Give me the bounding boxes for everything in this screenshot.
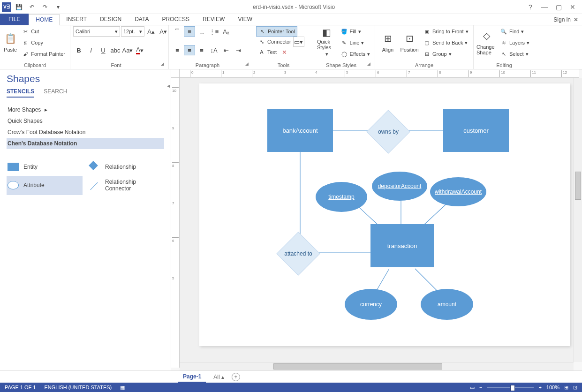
stencil-relationship[interactable]: Relationship <box>88 160 164 174</box>
text-direction-button[interactable]: ↕A <box>208 45 219 55</box>
chens-stencil[interactable]: Chen's Database Notation <box>7 138 164 149</box>
strikethrough-button[interactable]: abc <box>110 45 121 55</box>
fill-button[interactable]: 🪣Fill▾ <box>339 26 372 37</box>
zoom-slider[interactable] <box>487 387 534 388</box>
font-color-button[interactable]: A▾ <box>134 45 145 55</box>
send-to-back-button[interactable]: ▢Send to Back▾ <box>421 38 470 48</box>
tab-insert[interactable]: INSERT <box>60 14 93 25</box>
font-name-combo[interactable]: Calibri▾ <box>73 26 120 37</box>
fit-to-window-icon[interactable]: ⊞ <box>564 384 568 391</box>
stencil-entity[interactable]: Entity <box>7 160 83 174</box>
group-button[interactable]: ⊞Group▾ <box>421 49 470 59</box>
line-button[interactable]: ✎Line▾ <box>339 38 372 48</box>
qat-redo-icon[interactable]: ↷ <box>39 1 51 13</box>
align-middle-button[interactable]: ≡ <box>184 26 195 37</box>
underline-button[interactable]: U <box>98 45 109 55</box>
page-tab-1[interactable]: Page-1 <box>178 371 206 383</box>
copy-button[interactable]: ⎘Copy <box>20 38 67 48</box>
cut-button[interactable]: ✂Cut <box>20 26 67 37</box>
bring-to-front-button[interactable]: ▣Bring to Front▾ <box>421 26 470 37</box>
shrink-font-button[interactable]: A▾ <box>158 26 169 37</box>
change-shape-button[interactable]: ◇Change Shape <box>476 26 496 57</box>
file-tab[interactable]: FILE <box>0 14 29 25</box>
qat-customize-icon[interactable]: ▾ <box>53 1 64 13</box>
attr-currency[interactable]: currency <box>345 289 397 320</box>
case-button[interactable]: Aa▾ <box>122 45 133 55</box>
qat-undo-icon[interactable]: ↶ <box>26 1 38 13</box>
rel-owns-by[interactable]: owns by <box>373 116 404 147</box>
attr-amount[interactable]: amount <box>421 289 473 320</box>
restore-icon[interactable]: ▢ <box>552 1 565 13</box>
qat-save-icon[interactable]: 💾 <box>13 1 24 13</box>
search-tab[interactable]: SEARCH <box>44 88 67 98</box>
decrease-indent-button[interactable]: ⇤ <box>220 45 232 55</box>
entity-bankaccount[interactable]: bankAccount <box>267 109 333 152</box>
tab-data[interactable]: DATA <box>128 14 155 25</box>
tab-home[interactable]: HOME <box>29 14 60 25</box>
close-icon[interactable]: ✕ <box>566 1 579 13</box>
layers-button[interactable]: ≋Layers▾ <box>498 38 531 48</box>
entity-customer[interactable]: customer <box>443 109 509 152</box>
quick-styles-button[interactable]: ◧Quick Styles▾ <box>317 26 337 57</box>
bold-button[interactable]: B <box>73 45 84 55</box>
page-tab-all[interactable]: All ▴ <box>213 374 224 380</box>
scrollbar-vertical[interactable] <box>574 78 582 362</box>
stencils-tab[interactable]: STENCILS <box>7 88 34 98</box>
zoom-in-button[interactable]: + <box>538 384 541 390</box>
stencil-attribute[interactable]: Attribute <box>7 176 83 195</box>
clear-formatting-button[interactable]: Aᵪ <box>220 26 232 37</box>
bullets-button[interactable]: ⋮≡ <box>208 26 219 37</box>
italic-button[interactable]: I <box>85 45 97 55</box>
paste-button[interactable]: 📋 Paste <box>3 26 18 57</box>
scrollbar-v-thumb[interactable] <box>575 172 581 200</box>
tab-view[interactable]: VIEW <box>231 14 259 25</box>
effects-button[interactable]: ◯Effects▾ <box>339 49 372 59</box>
increase-indent-button[interactable]: ⇥ <box>233 45 244 55</box>
zoom-out-button[interactable]: − <box>479 384 482 390</box>
text-tool-button[interactable]: AText <box>256 47 279 57</box>
attr-withdrawal-account[interactable]: withdrawalAccount <box>430 177 486 206</box>
format-painter-button[interactable]: 🖌Format Painter <box>20 49 67 59</box>
pointer-tool-button[interactable]: ↖Pointer Tool <box>256 26 297 37</box>
align-left-button[interactable]: ≡ <box>172 45 183 55</box>
macro-recorder-icon[interactable]: ▦ <box>120 384 125 391</box>
select-button[interactable]: ↖Select▾ <box>498 49 531 59</box>
align-bottom-button[interactable]: ⎵ <box>196 26 207 37</box>
tab-process[interactable]: PROCESS <box>155 14 196 25</box>
drawing-canvas[interactable]: 0123456789101112 1098765 bankAccount <box>171 69 582 370</box>
x-tool-button[interactable]: ✕ <box>279 47 290 57</box>
attr-depositor-account[interactable]: depositorAccount <box>372 172 427 201</box>
rel-attached-to[interactable]: attached to <box>283 238 314 269</box>
quick-shapes-item[interactable]: Quick Shapes <box>7 115 164 127</box>
tab-review[interactable]: REVIEW <box>196 14 231 25</box>
zoom-level[interactable]: 100% <box>546 384 559 390</box>
crows-foot-stencil[interactable]: Crow's Foot Database Notation <box>7 127 164 138</box>
more-shapes-item[interactable]: More Shapes▸ <box>7 104 164 115</box>
scrollbar-h-thumb[interactable] <box>273 363 442 369</box>
tab-design[interactable]: DESIGN <box>93 14 128 25</box>
scrollbar-horizontal[interactable] <box>180 362 574 370</box>
help-icon[interactable]: ? <box>524 1 537 13</box>
connector-tool-button[interactable]: ⤡Connector <box>256 37 293 47</box>
font-size-combo[interactable]: 12pt.▾ <box>121 26 144 37</box>
attr-timestamp[interactable]: timestamp <box>316 182 367 212</box>
signin-close-icon[interactable]: ✕ <box>574 16 578 23</box>
align-center-button[interactable]: ≡ <box>184 45 195 55</box>
font-dialog-launcher[interactable]: ◢ <box>159 60 166 67</box>
align-right-button[interactable]: ≡ <box>196 45 207 55</box>
sign-in-link[interactable]: Sign in ✕ <box>550 15 582 25</box>
drawing-page[interactable]: bankAccount customer transaction owns by… <box>199 83 570 346</box>
align-button[interactable]: ⊞Align <box>378 26 398 57</box>
pan-zoom-window-icon[interactable]: ⊡ <box>573 384 577 391</box>
add-page-button[interactable]: + <box>232 373 240 381</box>
pane-collapse-handle[interactable]: ◂ <box>166 83 171 89</box>
stencil-rel-connector[interactable]: Relationship Connector <box>88 176 164 195</box>
status-language[interactable]: ENGLISH (UNITED STATES) <box>44 384 112 390</box>
rect-shape-button[interactable]: ▭▾ <box>293 37 304 47</box>
entity-transaction[interactable]: transaction <box>370 224 434 267</box>
shape-styles-dialog-launcher[interactable]: ◢ <box>365 60 372 67</box>
presentation-mode-icon[interactable]: ▭ <box>470 384 475 391</box>
grow-font-button[interactable]: A▴ <box>145 26 157 37</box>
paragraph-dialog-launcher[interactable]: ◢ <box>243 60 250 67</box>
position-button[interactable]: ⊡Position <box>400 26 419 57</box>
